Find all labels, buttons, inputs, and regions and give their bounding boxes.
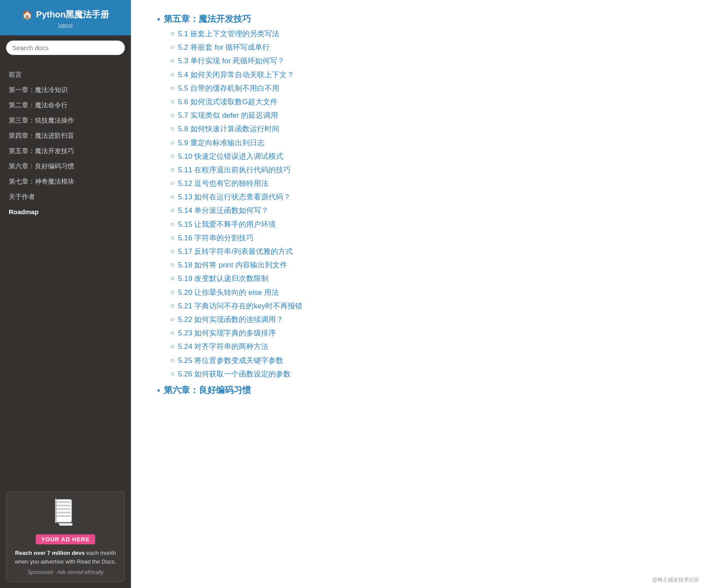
ad-section: YOUR AD HERE Reach over 7 million devs e… bbox=[6, 491, 125, 582]
list-item: ○5.7 实现类似 defer 的延迟调用 bbox=[170, 109, 682, 121]
toc-item-link-0-17[interactable]: 5.18 如何将 print 内容输出到文件 bbox=[178, 259, 287, 271]
toc-item-link-0-20[interactable]: 5.21 字典访问不存在的key时不再报错 bbox=[178, 300, 302, 312]
item-circle-0-17: ○ bbox=[170, 259, 175, 270]
list-item: ○5.23 如何实现字典的多级排序 bbox=[170, 327, 682, 339]
item-circle-0-12: ○ bbox=[170, 191, 175, 202]
section-title-1[interactable]: 第六章：良好编码习惯 bbox=[164, 384, 251, 396]
svg-rect-5 bbox=[57, 515, 71, 517]
sidebar-nav-item-9[interactable]: Roadmap bbox=[0, 205, 131, 219]
item-circle-0-8: ○ bbox=[170, 137, 175, 148]
toc-item-link-0-6[interactable]: 5.7 实现类似 defer 的延迟调用 bbox=[178, 109, 278, 121]
item-circle-0-4: ○ bbox=[170, 82, 175, 94]
toc-item-link-0-22[interactable]: 5.23 如何实现字典的多级排序 bbox=[178, 327, 276, 339]
toc-l2-list-0: ○5.1 嵌套上下文管理的另类写法○5.2 将嵌套 for 循环写成单行○5.3… bbox=[157, 28, 682, 380]
list-item: ○5.2 将嵌套 for 循环写成单行 bbox=[170, 41, 682, 53]
svg-rect-8 bbox=[59, 524, 72, 526]
list-item: ○5.22 如何实现函数的连续调用？ bbox=[170, 314, 682, 325]
list-item: ○5.20 让你晕头转向的 else 用法 bbox=[170, 287, 682, 298]
svg-rect-3 bbox=[57, 508, 71, 510]
svg-rect-2 bbox=[57, 505, 71, 506]
attribution: @稀土掘金技术社区 bbox=[652, 576, 699, 584]
ad-book-icon bbox=[13, 498, 118, 530]
toc-item-link-0-14[interactable]: 5.15 让我爱不释手的用户环境 bbox=[178, 219, 276, 230]
toc-item-link-0-1[interactable]: 5.2 将嵌套 for 循环写成单行 bbox=[178, 41, 270, 53]
svg-rect-4 bbox=[57, 512, 71, 513]
svg-rect-1 bbox=[57, 501, 71, 503]
list-item: ○5.11 在程序退出前执行代码的技巧 bbox=[170, 164, 682, 176]
item-circle-0-7: ○ bbox=[170, 123, 175, 134]
toc-item-link-0-9[interactable]: 5.10 快速定位错误进入调试模式 bbox=[178, 150, 284, 162]
toc-item-link-0-8[interactable]: 5.9 重定向标准输出到日志 bbox=[178, 137, 265, 149]
toc-item-link-0-10[interactable]: 5.11 在程序退出前执行代码的技巧 bbox=[178, 164, 291, 176]
list-item: ○5.8 如何快速计算函数运行时间 bbox=[170, 123, 682, 135]
toc-item-link-0-15[interactable]: 5.16 字符串的分割技巧 bbox=[178, 232, 254, 244]
toc-item-link-0-12[interactable]: 5.13 如何在运行状态查看源代码？ bbox=[178, 191, 291, 203]
item-circle-0-10: ○ bbox=[170, 164, 175, 175]
toc-item-link-0-13[interactable]: 5.14 单分派泛函数如何写？ bbox=[178, 205, 269, 216]
sidebar-nav-item-4[interactable]: 第四章：魔法进阶扫盲 bbox=[0, 128, 131, 144]
list-item: ○5.19 改变默认递归次数限制 bbox=[170, 273, 682, 284]
sidebar-nav-item-2[interactable]: 第二章：魔法命令行 bbox=[0, 98, 131, 113]
list-item: ○5.14 单分派泛函数如何写？ bbox=[170, 205, 682, 216]
toc-item-link-0-2[interactable]: 5.3 单行实现 for 死循环如何写？ bbox=[178, 55, 285, 67]
item-circle-0-18: ○ bbox=[170, 273, 175, 284]
sidebar-title: 🏠 Python黑魔法手册 bbox=[7, 9, 124, 21]
sidebar-version: latest bbox=[7, 22, 124, 29]
section-title-0[interactable]: 第五章：魔法开发技巧 bbox=[164, 13, 251, 25]
toc-section-1: •第六章：良好编码习惯 bbox=[157, 384, 682, 397]
sidebar-nav-item-3[interactable]: 第三章：炫技魔法操作 bbox=[0, 113, 131, 128]
item-circle-0-13: ○ bbox=[170, 205, 175, 216]
svg-rect-6 bbox=[55, 499, 57, 523]
list-item: ○5.18 如何将 print 内容输出到文件 bbox=[170, 259, 682, 271]
item-circle-0-0: ○ bbox=[170, 28, 175, 39]
toc-item-link-0-25[interactable]: 5.26 如何获取一个函数设定的参数 bbox=[178, 368, 291, 380]
item-circle-0-15: ○ bbox=[170, 232, 175, 243]
sidebar-header: 🏠 Python黑魔法手册 latest bbox=[0, 0, 131, 35]
list-item: ○5.25 将位置参数变成关键字参数 bbox=[170, 355, 682, 366]
section-bullet-1: • bbox=[157, 384, 160, 397]
item-circle-0-2: ○ bbox=[170, 55, 175, 66]
item-circle-0-5: ○ bbox=[170, 96, 175, 107]
sidebar-nav-item-1[interactable]: 第一章：魔法冷知识 bbox=[0, 82, 131, 98]
list-item: ○5.17 反转字符串/列表最优雅的方式 bbox=[170, 246, 682, 257]
item-circle-0-20: ○ bbox=[170, 300, 175, 311]
toc-item-link-0-5[interactable]: 5.6 如何流式读取数G超大文件 bbox=[178, 96, 278, 108]
toc-item-link-0-7[interactable]: 5.8 如何快速计算函数运行时间 bbox=[178, 123, 279, 135]
toc-item-link-0-3[interactable]: 5.4 如何关闭异常自动关联上下文？ bbox=[178, 69, 294, 81]
toc-item-link-0-16[interactable]: 5.17 反转字符串/列表最优雅的方式 bbox=[178, 246, 293, 257]
sidebar-nav-item-7[interactable]: 第七章：神奇魔法模块 bbox=[0, 174, 131, 189]
toc-item-link-0-24[interactable]: 5.25 将位置参数变成关键字参数 bbox=[178, 355, 284, 366]
toc-item-link-0-11[interactable]: 5.12 逗号也有它的独特用法 bbox=[178, 178, 269, 189]
sidebar-nav-item-5[interactable]: 第五章：魔法开发技巧 bbox=[0, 144, 131, 159]
item-circle-0-19: ○ bbox=[170, 287, 175, 298]
item-circle-0-6: ○ bbox=[170, 109, 175, 121]
section-bullet-0: • bbox=[157, 13, 160, 25]
toc-item-link-0-23[interactable]: 5.24 对齐字符串的两种方法 bbox=[178, 341, 269, 352]
list-item: ○5.4 如何关闭异常自动关联上下文？ bbox=[170, 69, 682, 81]
toc-item-link-0-19[interactable]: 5.20 让你晕头转向的 else 用法 bbox=[178, 287, 279, 298]
toc-item-link-0-0[interactable]: 5.1 嵌套上下文管理的另类写法 bbox=[178, 28, 279, 40]
toc-section-0: •第五章：魔法开发技巧○5.1 嵌套上下文管理的另类写法○5.2 将嵌套 for… bbox=[157, 13, 682, 380]
toc-item-link-0-21[interactable]: 5.22 如何实现函数的连续调用？ bbox=[178, 314, 284, 325]
toc-item-link-0-18[interactable]: 5.19 改变默认递归次数限制 bbox=[178, 273, 269, 284]
list-item: ○5.13 如何在运行状态查看源代码？ bbox=[170, 191, 682, 203]
ad-sponsored: Sponsored · Ads served ethically bbox=[13, 569, 118, 575]
list-item: ○5.5 自带的缓存机制不用白不用 bbox=[170, 82, 682, 94]
list-item: ○5.16 字符串的分割技巧 bbox=[170, 232, 682, 244]
list-item: ○5.3 单行实现 for 死循环如何写？ bbox=[170, 55, 682, 67]
toc-item-link-0-4[interactable]: 5.5 自带的缓存机制不用白不用 bbox=[178, 82, 279, 94]
list-item: ○5.26 如何获取一个函数设定的参数 bbox=[170, 368, 682, 380]
item-circle-0-11: ○ bbox=[170, 178, 175, 189]
list-item: ○5.21 字典访问不存在的key时不再报错 bbox=[170, 300, 682, 312]
list-item: ○5.6 如何流式读取数G超大文件 bbox=[170, 96, 682, 108]
item-circle-0-1: ○ bbox=[170, 41, 175, 53]
main-content: •第五章：魔法开发技巧○5.1 嵌套上下文管理的另类写法○5.2 将嵌套 for… bbox=[131, 0, 708, 588]
ad-button[interactable]: YOUR AD HERE bbox=[36, 534, 95, 544]
list-item: ○5.15 让我爱不释手的用户环境 bbox=[170, 219, 682, 230]
item-circle-0-22: ○ bbox=[170, 327, 175, 338]
sidebar-nav-item-0[interactable]: 前言 bbox=[0, 67, 131, 82]
sidebar-nav-item-8[interactable]: 关于作者 bbox=[0, 189, 131, 205]
sidebar-nav-item-6[interactable]: 第六章：良好编码习惯 bbox=[0, 159, 131, 174]
search-input[interactable] bbox=[6, 41, 125, 55]
list-item: ○5.24 对齐字符串的两种方法 bbox=[170, 341, 682, 352]
